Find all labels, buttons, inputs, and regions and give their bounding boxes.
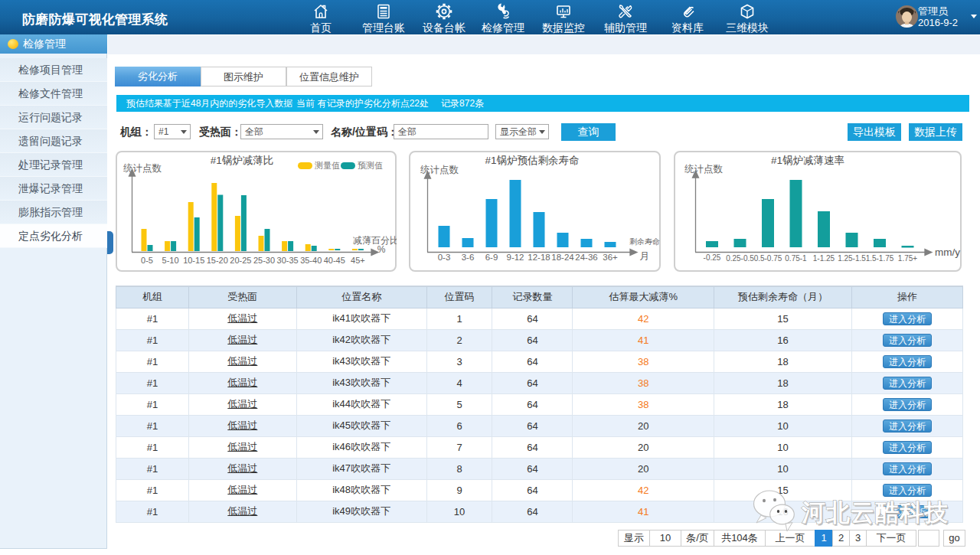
svg-text:#1锅炉减薄比: #1锅炉减薄比: [211, 155, 274, 166]
svg-text:30-35: 30-35: [277, 256, 299, 265]
svg-text:6-9: 6-9: [485, 253, 498, 262]
svg-text:1-1.25: 1-1.25: [813, 254, 835, 263]
svg-text:0.75-1: 0.75-1: [785, 254, 807, 263]
svg-text:统计点数: 统计点数: [123, 163, 162, 174]
svg-text:1.5-1.75: 1.5-1.75: [866, 254, 894, 263]
svg-text:减薄百分比: 减薄百分比: [353, 235, 397, 246]
svg-text:剩余寿命: 剩余寿命: [629, 237, 660, 246]
svg-text:河北云酷科技: 河北云酷科技: [801, 499, 949, 526]
svg-text:24-36: 24-36: [575, 253, 597, 262]
svg-text:18-24: 18-24: [551, 253, 574, 262]
svg-text:9-12: 9-12: [506, 253, 524, 262]
svg-text:45+: 45+: [351, 256, 365, 265]
svg-text:测量值: 测量值: [315, 161, 340, 170]
svg-text:0.5-0.75: 0.5-0.75: [754, 254, 782, 263]
svg-text:1.75+: 1.75+: [898, 254, 917, 263]
svg-text:0.25-0.5: 0.25-0.5: [726, 254, 754, 263]
svg-text:36+: 36+: [603, 253, 618, 262]
svg-text:月: 月: [640, 250, 650, 262]
svg-text:25-30: 25-30: [253, 256, 275, 265]
svg-text:0-3: 0-3: [438, 253, 451, 262]
svg-text:%: %: [377, 244, 386, 255]
svg-text:12-18: 12-18: [528, 253, 550, 262]
svg-text:40-45: 40-45: [324, 256, 345, 265]
svg-text:3-6: 3-6: [462, 253, 475, 262]
svg-text:20-25: 20-25: [230, 256, 251, 265]
svg-text:15-20: 15-20: [207, 256, 228, 265]
svg-text:统计点数: 统计点数: [684, 164, 724, 175]
svg-text:预测值: 预测值: [358, 161, 383, 170]
svg-text:mm/y: mm/y: [935, 246, 960, 258]
svg-text:35-40: 35-40: [300, 256, 322, 265]
svg-text:1.25-1.5: 1.25-1.5: [838, 254, 866, 263]
svg-text:#1锅炉预估剩余寿命: #1锅炉预估剩余寿命: [485, 155, 579, 166]
svg-text:#1锅炉减薄速率: #1锅炉减薄速率: [771, 155, 844, 166]
svg-text:5-10: 5-10: [162, 256, 179, 265]
svg-text:10-15: 10-15: [183, 256, 204, 265]
svg-text:-0.25: -0.25: [704, 253, 721, 262]
svg-text:0-5: 0-5: [141, 256, 153, 265]
